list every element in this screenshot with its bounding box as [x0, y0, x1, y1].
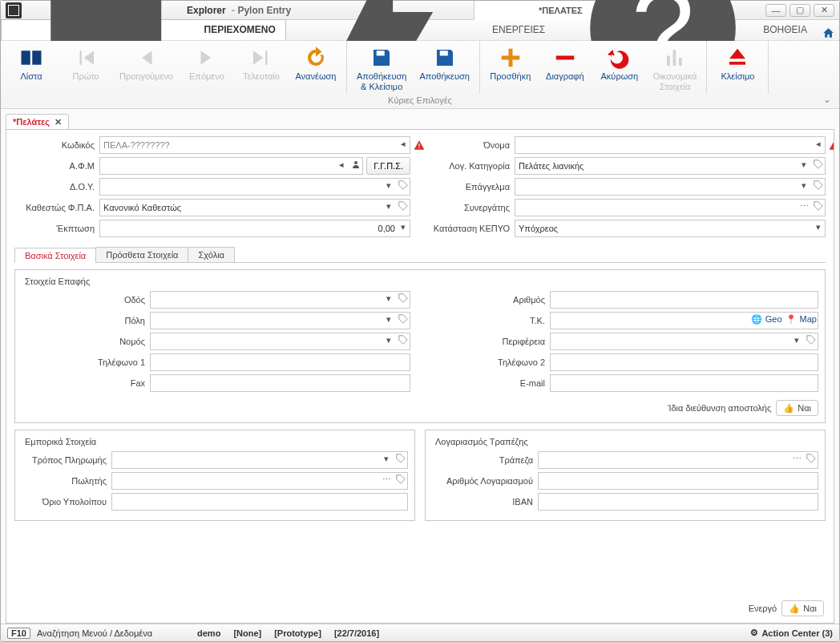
tab-content[interactable]: ΠΕΡΙΕΧΟΜΕΝΟ [1, 19, 286, 40]
kepyo-input[interactable] [515, 220, 826, 237]
tag-icon[interactable] [806, 453, 817, 464]
chevron-down-icon[interactable]: ▾ [798, 159, 810, 170]
action-center-button[interactable]: ⚙ Action Center (3) [750, 628, 833, 638]
person-icon[interactable] [350, 159, 361, 170]
doy-input[interactable] [99, 178, 410, 196]
f10-key[interactable]: F10 [7, 628, 30, 639]
code-label: Κωδικός [14, 140, 99, 150]
ggps-label: Γ.Γ.Π.Σ. [374, 161, 403, 171]
save-button[interactable]: Αποθήκευση [416, 44, 472, 94]
vatstatus-input[interactable] [99, 199, 410, 216]
tab-notes[interactable]: Σχόλια [188, 247, 235, 262]
tag-icon[interactable] [813, 180, 824, 191]
tag-icon[interactable] [398, 313, 409, 325]
tab-basic[interactable]: Βασικά Στοιχεία [14, 248, 96, 263]
code-input[interactable] [99, 136, 410, 154]
chevron-down-icon[interactable]: ▾ [383, 334, 394, 345]
map-button[interactable]: Map [800, 314, 817, 324]
tab-extra[interactable]: Πρόσθετα Στοιχεία [95, 247, 188, 262]
half-groups: Εμπορικά Στοιχεία Τρόπος Πληρωμής▾ Πωλητ… [14, 430, 826, 521]
action-center-label: Action Center (3) [761, 628, 833, 638]
tag-icon[interactable] [395, 474, 406, 485]
ribbon-collapse-icon[interactable]: ⌄ [823, 94, 831, 105]
first-label: Πρώτο [73, 71, 99, 82]
logcat-input[interactable] [515, 157, 826, 175]
chevron-down-icon[interactable]: ▾ [383, 313, 394, 325]
chevron-down-icon[interactable]: ▾ [383, 293, 394, 304]
chevron-left-icon[interactable]: ◂ [336, 159, 347, 170]
tag-icon[interactable] [813, 200, 824, 212]
status-date: [22/7/2016] [334, 628, 379, 638]
minimize-button[interactable]: — [765, 4, 786, 17]
tag-icon[interactable] [398, 334, 409, 345]
ellipsis-icon[interactable]: ⋯ [798, 200, 810, 212]
tel1-input[interactable] [150, 353, 410, 371]
thumbs-up-icon: 👍 [789, 604, 800, 614]
tag-icon[interactable] [398, 200, 409, 212]
ggps-button[interactable]: Γ.Γ.Π.Σ. [366, 157, 410, 175]
bank-input[interactable] [538, 451, 818, 469]
chevron-down-icon[interactable]: ▾ [813, 221, 824, 232]
warning-icon [414, 139, 425, 151]
pin-icon[interactable]: 📍 [785, 313, 797, 325]
chevron-down-icon[interactable]: ▾ [383, 180, 394, 191]
chevron-down-icon[interactable]: ▾ [798, 180, 810, 191]
svg-point-6 [354, 161, 357, 164]
tag-icon[interactable] [395, 453, 406, 464]
geo-button[interactable]: Geo [765, 314, 782, 324]
tag-icon[interactable] [806, 334, 817, 345]
tab-help[interactable]: ? ΒΟΗΘΕΙΑ [555, 19, 818, 40]
tab-content-label: ΠΕΡΙΕΧΟΜΕΝΟ [204, 24, 275, 35]
chevron-left-icon[interactable]: ◂ [813, 138, 824, 149]
same-shipping-toggle[interactable]: 👍 Ναι [776, 400, 818, 416]
chevron-left-icon[interactable]: ◂ [398, 138, 409, 149]
add-label: Προσθήκη [490, 71, 531, 82]
payment-input[interactable] [111, 451, 408, 469]
tag-icon[interactable] [398, 180, 409, 191]
email-input[interactable] [550, 374, 818, 392]
globe-icon[interactable]: 🌐 [751, 313, 762, 325]
num-input[interactable] [550, 291, 818, 309]
home-icon[interactable] [822, 26, 834, 40]
ellipsis-icon[interactable]: ⋯ [381, 474, 392, 485]
add-button[interactable]: Προσθήκη [487, 44, 535, 94]
ellipsis-icon[interactable]: ⋯ [791, 453, 802, 464]
gear-icon: ⚙ [750, 628, 758, 638]
salesman-input[interactable] [111, 472, 408, 490]
accno-input[interactable] [538, 472, 818, 490]
associate-input[interactable] [515, 199, 826, 216]
iban-input[interactable] [538, 493, 818, 511]
chevron-down-icon[interactable]: ▾ [381, 453, 392, 464]
street-input[interactable] [150, 291, 410, 309]
region-input[interactable] [550, 333, 818, 350]
tab-actions[interactable]: ΕΝΕΡΓΕΙΕΣ [286, 19, 555, 40]
maximize-button[interactable]: ▢ [790, 4, 810, 17]
tag-icon[interactable] [813, 159, 824, 170]
save-close-button[interactable]: Αποθήκευση & Κλείσιμο [353, 44, 410, 94]
kepyo-label: Κατάσταση ΚΕΠΥΟ [430, 224, 515, 233]
refresh-label: Ανανέωση [295, 71, 336, 82]
discount-input[interactable] [99, 220, 410, 237]
tel2-input[interactable] [550, 353, 818, 371]
delete-button[interactable]: Διαγραφή [541, 44, 589, 94]
creditlimit-input[interactable] [111, 493, 408, 511]
list-button[interactable]: Λίστα [7, 44, 55, 94]
afm-input[interactable] [99, 157, 363, 175]
chevron-down-icon[interactable]: ▾ [398, 221, 409, 232]
book-open-icon [19, 46, 43, 70]
county-input[interactable] [150, 333, 410, 350]
chevron-down-icon[interactable]: ▾ [383, 200, 394, 212]
tag-icon[interactable] [398, 293, 409, 304]
profession-input[interactable] [515, 178, 826, 196]
close-doc-button[interactable]: Κλείσιμο [713, 44, 761, 94]
save-close-icon [370, 46, 394, 70]
fax-input[interactable] [150, 374, 410, 392]
name-input[interactable] [515, 136, 826, 154]
refresh-button[interactable]: Ανανέωση [292, 44, 340, 94]
chevron-down-icon[interactable]: ▾ [791, 334, 802, 345]
city-input[interactable] [150, 312, 410, 329]
close-window-button[interactable]: ✕ [814, 4, 834, 17]
active-toggle[interactable]: 👍 Ναι [781, 600, 824, 616]
bank-label: Τράπεζα [432, 455, 538, 465]
cancel-button[interactable]: Ακύρωση [596, 44, 644, 94]
